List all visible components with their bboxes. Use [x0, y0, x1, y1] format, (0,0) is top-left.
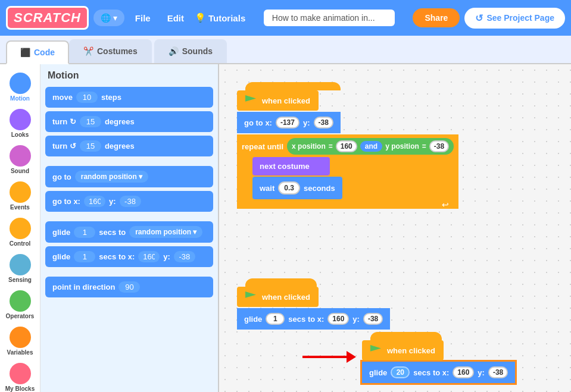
variables-dot: [10, 327, 31, 348]
glide-20-y[interactable]: -38: [488, 366, 508, 378]
cat-looks-label: Looks: [11, 131, 29, 138]
glide-20-x[interactable]: 160: [453, 366, 474, 378]
turn-ccw-input[interactable]: [80, 140, 101, 152]
motion-dot: [10, 73, 31, 94]
blocks-panel-title: Motion: [45, 70, 213, 81]
cat-sensing[interactable]: Sensing: [0, 252, 40, 286]
glide-x-panel[interactable]: 160: [327, 313, 349, 325]
sounds-icon: 🔊: [169, 46, 179, 56]
cat-looks[interactable]: Looks: [0, 106, 40, 140]
c-block-inner: next costume wait 0.3 seconds: [252, 157, 454, 199]
turn-cw-input[interactable]: [80, 116, 101, 127]
cat-control[interactable]: Control: [0, 215, 40, 249]
script-1: when clicked go to x: -137 y: -38 repeat…: [237, 82, 458, 209]
ws-goto-y[interactable]: -38: [314, 117, 333, 128]
glide-y-input[interactable]: [174, 251, 195, 262]
cat-variables-label: Variables: [7, 349, 33, 356]
direction-input[interactable]: [118, 281, 140, 293]
glide-x-input[interactable]: [138, 251, 160, 262]
script-2: when clicked glide 1 secs to x: 160 y: -…: [237, 278, 390, 330]
cmd-glide-xy-panel[interactable]: glide 1 secs to x: 160 y: -38: [237, 308, 390, 330]
cat-sound-label: Sound: [11, 168, 29, 174]
cat-myblocks-label: My Blocks: [5, 385, 35, 392]
block-goto-random[interactable]: go to random position: [45, 166, 213, 187]
code-icon: ⬛: [20, 48, 30, 57]
red-arrow: [302, 351, 356, 363]
glide-y-panel[interactable]: -38: [363, 313, 383, 325]
sound-dot: [10, 145, 31, 167]
move-steps-input[interactable]: [76, 92, 98, 103]
glide-secs-xy-input[interactable]: [74, 251, 95, 262]
workspace[interactable]: when clicked go to x: -137 y: -38 repeat…: [219, 64, 571, 392]
tab-costumes[interactable]: ✂️ Costumes: [69, 39, 152, 63]
edit-menu[interactable]: Edit: [161, 10, 190, 27]
cmd-goto-xy-1[interactable]: go to x: -137 y: -38: [237, 112, 341, 133]
block-turn-ccw[interactable]: turn ↺ degrees: [45, 136, 213, 156]
green-flag-icon-3: [370, 345, 381, 356]
wait-val[interactable]: 0.3: [278, 181, 300, 195]
hat-block-3[interactable]: when clicked: [362, 340, 444, 360]
green-flag-icon-2: [245, 291, 256, 302]
glide-secs-panel[interactable]: 1: [266, 313, 285, 325]
cat-operators-label: Operators: [6, 313, 35, 319]
block-glide-random[interactable]: glide secs to random position: [45, 221, 213, 243]
cat-events[interactable]: Events: [0, 179, 40, 213]
wait-block[interactable]: wait 0.3 seconds: [252, 177, 342, 199]
globe-button[interactable]: 🌐 ▾: [93, 10, 124, 26]
navbar: SCRATCH 🌐 ▾ File Edit 💡 Tutorials How to…: [0, 0, 571, 36]
c-block-footer: ↩: [242, 200, 454, 209]
share-button[interactable]: Share: [413, 8, 460, 27]
control-dot: [10, 218, 31, 239]
operators-dot: [10, 290, 31, 312]
looks-dot: [10, 109, 31, 130]
hat-label-3: when clicked: [387, 346, 435, 355]
block-glide-xy[interactable]: glide secs to x: y:: [45, 246, 213, 267]
script-3: when clicked glide 20 secs to x: 160 y: …: [362, 332, 515, 383]
block-turn-cw[interactable]: turn ↻ degrees: [45, 111, 213, 132]
block-move[interactable]: move steps: [45, 87, 213, 108]
scratch-logo[interactable]: SCRATCH: [6, 6, 89, 30]
hat-block-2[interactable]: when clicked: [237, 287, 319, 307]
and-block: and: [360, 141, 382, 152]
tab-sounds[interactable]: 🔊 Sounds: [154, 39, 227, 63]
bulb-icon: 💡: [195, 12, 206, 23]
main-area: Motion Looks Sound Events Control Sensin…: [0, 64, 571, 392]
goto-y-input[interactable]: [120, 196, 141, 207]
file-menu[interactable]: File: [129, 10, 157, 27]
cat-myblocks[interactable]: My Blocks: [0, 360, 40, 392]
goto-dropdown[interactable]: random position: [75, 171, 148, 183]
y-pos-val[interactable]: -38: [429, 140, 449, 152]
sensing-dot: [10, 254, 31, 275]
hat-block-1[interactable]: when clicked: [237, 90, 319, 111]
see-project-button[interactable]: See Project Page: [464, 8, 565, 29]
blocks-panel: Motion move steps turn ↻ degrees turn ↺ …: [40, 64, 219, 392]
cat-operators[interactable]: Operators: [0, 288, 40, 322]
arrow-line: [302, 356, 347, 358]
ws-goto-x[interactable]: -137: [276, 117, 299, 128]
costumes-icon: ✂️: [83, 46, 93, 56]
cmd-glide-20[interactable]: glide 20 secs to x: 160 y: -38: [362, 362, 515, 383]
cat-events-label: Events: [10, 204, 30, 211]
events-dot: [10, 181, 31, 203]
condition-block[interactable]: x position = 160 and y position = -38: [287, 138, 454, 155]
hat-label-1: when clicked: [262, 96, 310, 105]
goto-x-input[interactable]: [84, 196, 105, 207]
x-pos-val[interactable]: 160: [336, 140, 357, 152]
hat-label-2: when clicked: [262, 293, 310, 302]
cat-sound[interactable]: Sound: [0, 143, 40, 177]
cat-motion-label: Motion: [10, 95, 30, 102]
block-goto-xy[interactable]: go to x: y:: [45, 191, 213, 212]
cat-motion[interactable]: Motion: [0, 70, 40, 104]
project-title[interactable]: How to make animation in...: [264, 10, 395, 26]
glide-secs-input[interactable]: [74, 227, 95, 238]
block-point-direction[interactable]: point in direction: [45, 277, 213, 297]
repeat-until-block[interactable]: repeat until x position = 160 and y posi…: [237, 134, 458, 209]
glide-dropdown[interactable]: random position: [129, 226, 202, 238]
category-sidebar: Motion Looks Sound Events Control Sensin…: [0, 64, 40, 392]
next-costume-block[interactable]: next costume: [252, 157, 330, 175]
arrow-head: [347, 351, 356, 363]
cat-variables[interactable]: Variables: [0, 324, 40, 358]
tutorials-button[interactable]: 💡 Tutorials: [195, 12, 245, 23]
glide-20-secs[interactable]: 20: [391, 366, 410, 378]
tab-code[interactable]: ⬛ Code: [6, 40, 69, 64]
